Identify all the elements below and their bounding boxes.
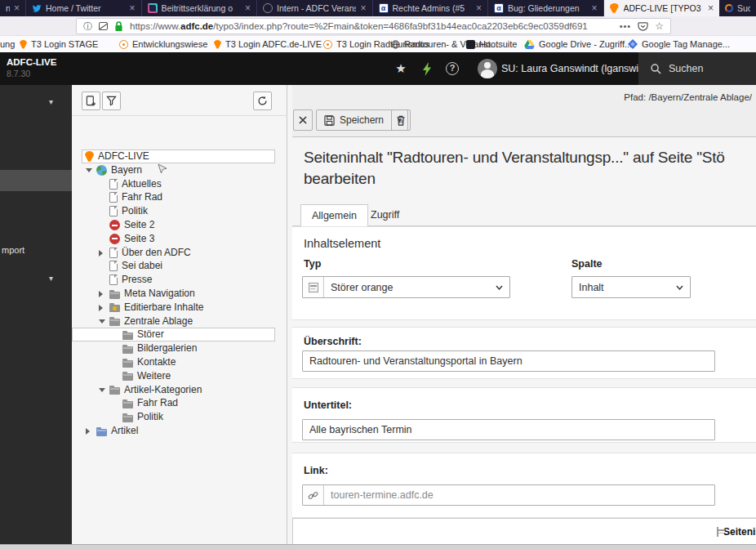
browser-tab-beitritt[interactable]: Beitrittserklärung o × xyxy=(142,0,258,16)
folder-icon xyxy=(109,319,120,326)
browser-tab-rechte[interactable]: α Rechte Admins (#5 × xyxy=(373,0,489,16)
folder-icon xyxy=(122,373,133,381)
untertitel-label: Untertitel: xyxy=(304,399,352,411)
tree-node[interactable]: Bildergalerien xyxy=(72,341,287,355)
typo3-brand: ADFC-LIVE xyxy=(7,57,56,67)
tab-close-icon[interactable]: × xyxy=(14,3,20,13)
collapse-icon[interactable] xyxy=(99,319,105,324)
collapse-icon[interactable] xyxy=(99,388,105,392)
pocket-icon[interactable] xyxy=(638,21,648,32)
browser-tab-typo3-active[interactable]: ADFC-LIVE [TYPO3 × xyxy=(604,0,720,16)
spalte-select[interactable]: Inhalt xyxy=(571,276,691,298)
clear-cache-bolt-icon[interactable] xyxy=(420,52,434,85)
module-item-label[interactable]: mport xyxy=(2,245,24,255)
permissions-blocked-icon[interactable] xyxy=(99,22,108,30)
url-field[interactable]: ⓘ https://www.adfc.de/typo3/index.php?ro… xyxy=(76,18,671,34)
tree-node[interactable]: Kontakte xyxy=(72,355,287,369)
delete-button[interactable] xyxy=(391,109,411,131)
help-icon[interactable]: ? xyxy=(444,52,460,85)
browser-tab-twitter[interactable]: Home / Twitter × xyxy=(26,0,142,16)
topbar-search[interactable]: Suchen xyxy=(638,52,756,85)
typo3-version: 8.7.30 xyxy=(7,69,30,78)
google-tag-manager-icon xyxy=(628,39,638,49)
tab-close-icon[interactable]: × xyxy=(245,3,251,13)
tree-node[interactable]: Aktuelles xyxy=(72,177,287,191)
collapse-icon[interactable] xyxy=(86,168,92,172)
tab-close-icon[interactable]: × xyxy=(591,3,597,13)
tree-node[interactable]: Bayern xyxy=(72,163,287,177)
bookmark-item[interactable]: Google Drive - Zugriff... xyxy=(524,36,632,52)
tree-node[interactable]: Artikel xyxy=(72,424,287,438)
tab-close-icon[interactable]: × xyxy=(129,3,135,13)
expand-icon[interactable] xyxy=(99,291,103,297)
browser-tab-suche[interactable]: Suche xyxy=(719,0,756,16)
folder-icon xyxy=(109,387,120,395)
expand-icon[interactable] xyxy=(99,305,103,311)
bookmark-item[interactable]: Hootsuite xyxy=(466,36,517,52)
module-item-active[interactable] xyxy=(0,170,72,191)
circle-dot-icon xyxy=(323,40,332,49)
chevron-down-icon xyxy=(676,285,690,290)
bookmark-item[interactable]: Entwicklungswiese xyxy=(119,36,207,52)
typo3-icon xyxy=(214,40,221,49)
tree-node[interactable]: Weitere xyxy=(72,369,287,383)
tab-close-icon[interactable]: × xyxy=(360,3,366,13)
tab-allgemein[interactable]: Allgemein xyxy=(300,204,368,226)
horizontal-scrollbar[interactable] xyxy=(0,544,756,549)
expand-icon[interactable] xyxy=(99,250,103,257)
save-button[interactable]: Speichern xyxy=(317,110,391,130)
tab-close-icon[interactable]: × xyxy=(476,3,482,13)
avatar[interactable] xyxy=(477,52,498,85)
tab-zugriff[interactable]: Zugriff xyxy=(362,204,407,225)
tree-node[interactable]: Fahr Rad xyxy=(72,396,287,410)
bookmark-item[interactable]: T3 Login STAGE xyxy=(20,36,98,52)
expand-icon[interactable] xyxy=(86,428,90,435)
link-input[interactable] xyxy=(324,485,714,505)
bookmark-item[interactable]: ung xyxy=(0,36,15,52)
tree-node[interactable]: Fahr Rad xyxy=(72,190,287,204)
tree-node[interactable]: Politik xyxy=(72,410,287,424)
page-actions-icon[interactable]: ••• xyxy=(620,21,632,31)
alpha-tracker-icon: α xyxy=(379,3,389,13)
bookmark-item[interactable]: T3 Login ADFC.de-LIVE xyxy=(214,36,322,52)
browser-tab-partial[interactable]: n × xyxy=(0,0,26,16)
tree-node[interactable]: Zentrale Ablage xyxy=(72,315,287,328)
close-button[interactable] xyxy=(293,109,313,131)
tree-node[interactable]: Meta Navigation xyxy=(72,287,287,301)
tree-node[interactable]: Sei dabei xyxy=(72,259,287,273)
tree-node[interactable]: Artikel-Kategorien xyxy=(72,383,287,397)
tree-node-root[interactable]: ADFC-LIVE xyxy=(72,150,287,163)
breadcrumb-path: Pfad: /Bayern/Zentrale Ablage/ xyxy=(624,92,752,102)
section-inhaltselement: Inhaltselement Typ Störer orange Spalte … xyxy=(292,226,756,320)
spalte-label: Spalte xyxy=(571,258,603,270)
logged-in-user[interactable]: SU: Laura Ganswindt (lganswindt) xyxy=(501,52,656,85)
bookmarks-star-icon[interactable]: ★ xyxy=(393,52,409,85)
folder-blue-icon xyxy=(96,429,107,436)
browser-tab-intern[interactable]: Intern - ADFC Veranstal × xyxy=(257,0,373,16)
tree-node[interactable]: Editierbare Inhalte xyxy=(72,301,287,315)
refresh-button[interactable] xyxy=(253,92,272,110)
typ-select[interactable]: Störer orange xyxy=(302,276,510,298)
ueberschrift-input[interactable] xyxy=(302,350,715,372)
chevron-down-icon[interactable]: ▾ xyxy=(49,97,53,106)
tree-node[interactable]: Über den ADFC xyxy=(72,246,287,260)
tree-node[interactable]: Seite 3 xyxy=(72,232,287,246)
new-page-button[interactable] xyxy=(82,92,100,110)
bookmark-item[interactable]: Google Tag Manage... xyxy=(628,36,730,52)
filter-button[interactable] xyxy=(102,92,121,110)
browser-tab-bug[interactable]: α Bug: Gliederungen × xyxy=(488,0,604,16)
bookmark-star-icon[interactable]: ☆ xyxy=(655,20,664,32)
tree-node-selected[interactable]: Störer xyxy=(72,328,287,341)
tree-node[interactable]: Presse xyxy=(72,273,287,287)
lock-icon[interactable] xyxy=(114,21,123,32)
page-info-icon[interactable]: ⓘ xyxy=(83,22,92,31)
ueberschrift-label: Überschrift: xyxy=(304,336,362,347)
content-element-icon xyxy=(717,527,718,537)
link-chain-icon[interactable] xyxy=(303,485,324,505)
tree-node[interactable]: Seite 2 xyxy=(72,218,287,232)
tree-node[interactable]: Politik xyxy=(72,204,287,218)
untertitel-input[interactable] xyxy=(302,419,715,440)
bookmarks-bar: ung T3 Login STAGE Entwicklungswiese T3 … xyxy=(0,36,756,52)
tab-close-icon[interactable]: × xyxy=(708,3,714,13)
chevron-down-icon[interactable]: ▾ xyxy=(49,274,53,283)
